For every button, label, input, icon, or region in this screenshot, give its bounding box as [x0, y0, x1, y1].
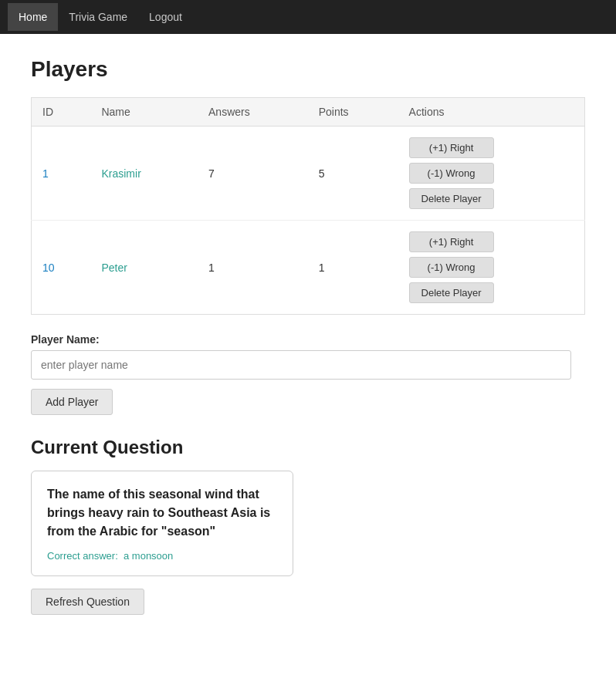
col-name: Name	[90, 98, 198, 127]
player-actions-2: (+1) Right (-1) Wrong Delete Player	[398, 221, 585, 315]
question-text: The name of this seasonal wind that brin…	[47, 485, 277, 541]
page-title: Players	[31, 57, 585, 82]
player-id-link-2[interactable]: 10	[42, 262, 55, 274]
col-id: ID	[32, 98, 91, 127]
nav-home[interactable]: Home	[8, 3, 58, 31]
wrong-button-2[interactable]: (-1) Wrong	[409, 257, 494, 278]
player-points-2: 1	[308, 221, 398, 315]
add-player-section: Player Name: Add Player	[31, 333, 585, 437]
main-content: Players ID Name Answers Points Actions 1…	[0, 34, 616, 638]
player-name-label: Player Name:	[31, 333, 585, 346]
player-id: 10	[32, 221, 91, 315]
col-points: Points	[308, 98, 398, 127]
right-button-2[interactable]: (+1) Right	[409, 231, 494, 252]
player-answers: 7	[198, 127, 308, 221]
wrong-button-1[interactable]: (-1) Wrong	[409, 163, 494, 184]
current-question-title: Current Question	[31, 437, 585, 458]
player-actions: (+1) Right (-1) Wrong Delete Player	[398, 127, 585, 221]
player-id: 1	[32, 127, 91, 221]
table-row: 1 Krasimir 7 5 (+1) Right (-1) Wrong Del…	[32, 127, 585, 221]
col-answers: Answers	[198, 98, 308, 127]
current-question-section: Current Question The name of this season…	[31, 437, 585, 615]
players-table: ID Name Answers Points Actions 1 Krasimi…	[31, 97, 585, 315]
player-answers-2: 1	[198, 221, 308, 315]
correct-answer: Correct answer: a monsoon	[47, 550, 277, 562]
navbar: Home Trivia Game Logout	[0, 0, 616, 34]
player-points: 5	[308, 127, 398, 221]
table-row: 10 Peter 1 1 (+1) Right (-1) Wrong Delet…	[32, 221, 585, 315]
col-actions: Actions	[398, 98, 585, 127]
player-name-2: Peter	[90, 221, 198, 315]
right-button-1[interactable]: (+1) Right	[409, 137, 494, 158]
refresh-question-button[interactable]: Refresh Question	[31, 589, 144, 615]
correct-answer-value: a monsoon	[124, 550, 173, 562]
player-name: Krasimir	[90, 127, 198, 221]
delete-player-button-1[interactable]: Delete Player	[409, 188, 494, 209]
correct-answer-label: Correct answer:	[47, 550, 118, 562]
nav-trivia-game[interactable]: Trivia Game	[58, 3, 138, 31]
question-box: The name of this seasonal wind that brin…	[31, 471, 293, 576]
player-id-link[interactable]: 1	[42, 167, 49, 180]
nav-logout[interactable]: Logout	[138, 3, 193, 31]
player-name-input[interactable]	[31, 350, 571, 380]
add-player-button[interactable]: Add Player	[31, 389, 113, 415]
delete-player-button-2[interactable]: Delete Player	[409, 282, 494, 303]
